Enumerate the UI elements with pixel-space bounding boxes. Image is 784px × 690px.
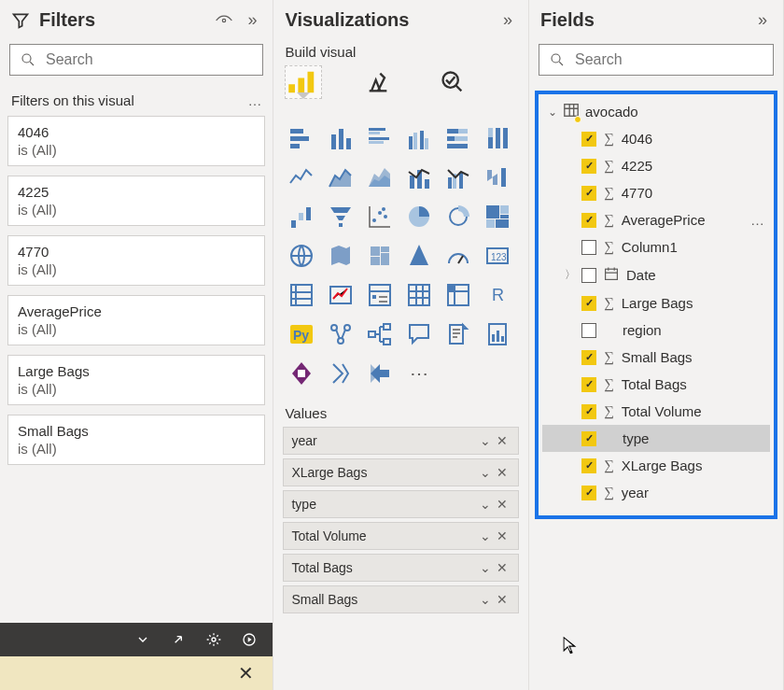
field-row[interactable]: ∑XLarge Bags: [542, 452, 770, 479]
field-row[interactable]: ∑Column1: [542, 233, 770, 261]
power-apps-icon[interactable]: [285, 357, 318, 390]
field-row[interactable]: type: [542, 425, 770, 452]
decomposition-tree-icon[interactable]: [363, 317, 397, 351]
remove-icon[interactable]: ✕: [494, 528, 511, 543]
treemap-icon[interactable]: [481, 200, 514, 233]
field-row[interactable]: ∑Small Bags: [542, 344, 770, 371]
close-icon[interactable]: ✕: [238, 662, 254, 684]
map-icon[interactable]: [285, 239, 318, 273]
field-row[interactable]: ∑4046: [542, 125, 770, 152]
collapse-chevron-icon[interactable]: »: [498, 11, 517, 30]
multirow-card-icon[interactable]: [285, 278, 318, 312]
build-visual-tab[interactable]: [285, 65, 322, 99]
field-checkbox[interactable]: [581, 268, 596, 283]
card-icon[interactable]: 123: [481, 239, 514, 273]
azure-map-icon[interactable]: [402, 239, 436, 273]
field-checkbox[interactable]: [581, 486, 596, 500]
field-checkbox[interactable]: [581, 132, 596, 147]
waterfall-icon[interactable]: [285, 200, 318, 233]
line-chart-icon[interactable]: [285, 161, 318, 194]
chevron-down-icon[interactable]: ⌄: [477, 465, 494, 480]
ribbon-chart-icon[interactable]: [481, 161, 514, 194]
field-checkbox[interactable]: [581, 240, 596, 255]
field-row[interactable]: ∑4770: [542, 179, 770, 206]
filter-card[interactable]: Small Bagsis (All): [7, 415, 265, 465]
line-stacked-column-icon[interactable]: [402, 161, 436, 194]
key-influencers-icon[interactable]: [324, 317, 357, 351]
filters-search-input[interactable]: [44, 50, 253, 69]
expand-arrow-icon[interactable]: [170, 631, 187, 648]
field-row[interactable]: region: [542, 317, 770, 344]
donut-icon[interactable]: [441, 200, 475, 233]
field-checkbox[interactable]: [581, 159, 596, 174]
field-checkbox[interactable]: [581, 296, 596, 311]
eye-icon[interactable]: [215, 11, 233, 30]
field-row[interactable]: ∑AveragePrice…: [542, 206, 770, 233]
smart-narrative-icon[interactable]: [441, 317, 475, 351]
chevron-down-icon[interactable]: [134, 631, 151, 648]
filter-card[interactable]: 4225is (All): [7, 176, 265, 226]
value-field-row[interactable]: Total Bags⌄✕: [283, 554, 519, 582]
chevron-down-icon[interactable]: ⌄: [477, 560, 494, 575]
field-row[interactable]: ∑Large Bags: [542, 289, 770, 317]
field-row[interactable]: ∑4225: [542, 152, 770, 179]
get-more-visuals-icon[interactable]: [363, 357, 397, 390]
stacked-column-icon[interactable]: [324, 121, 357, 155]
more-options-icon[interactable]: ⋯: [402, 357, 436, 390]
value-field-row[interactable]: XLarge Bags⌄✕: [283, 458, 519, 486]
analytics-tab[interactable]: [434, 65, 471, 99]
field-checkbox[interactable]: [581, 350, 596, 365]
hundred-stacked-column-icon[interactable]: [481, 121, 514, 155]
play-icon[interactable]: [241, 631, 258, 648]
matrix-icon[interactable]: [441, 278, 475, 312]
funnel-icon[interactable]: [324, 200, 357, 233]
line-clustered-column-icon[interactable]: [441, 161, 475, 194]
more-icon[interactable]: …: [247, 92, 261, 108]
clustered-column-icon[interactable]: [402, 121, 436, 155]
chevron-down-icon[interactable]: ⌄: [477, 528, 494, 543]
field-checkbox[interactable]: [581, 431, 596, 446]
remove-icon[interactable]: ✕: [494, 465, 511, 480]
field-row[interactable]: ∑Total Bags: [542, 371, 770, 398]
slicer-icon[interactable]: [363, 278, 397, 312]
more-icon[interactable]: …: [750, 212, 764, 228]
value-field-row[interactable]: type⌄✕: [283, 490, 519, 518]
field-checkbox[interactable]: [581, 458, 596, 473]
filter-card[interactable]: Large Bagsis (All): [7, 355, 265, 405]
value-field-row[interactable]: Small Bags⌄✕: [283, 585, 519, 613]
remove-icon[interactable]: ✕: [494, 433, 511, 448]
field-checkbox[interactable]: [581, 213, 596, 228]
field-row[interactable]: 〉Date: [542, 261, 770, 289]
field-checkbox[interactable]: [581, 377, 596, 392]
filled-map-icon[interactable]: [324, 239, 357, 273]
table-header[interactable]: ⌄ avocado: [542, 98, 770, 125]
gauge-icon[interactable]: [441, 239, 475, 273]
stacked-bar-icon[interactable]: [285, 121, 318, 155]
field-checkbox[interactable]: [581, 323, 596, 338]
qa-visual-icon[interactable]: [402, 317, 436, 351]
pie-icon[interactable]: [402, 200, 436, 233]
gear-icon[interactable]: [205, 631, 222, 648]
value-field-row[interactable]: year⌄✕: [283, 427, 519, 455]
stacked-area-icon[interactable]: [363, 161, 397, 194]
remove-icon[interactable]: ✕: [494, 592, 511, 607]
paginated-report-icon[interactable]: [481, 317, 514, 351]
scatter-icon[interactable]: [363, 200, 397, 233]
field-checkbox[interactable]: [581, 404, 596, 419]
table-icon[interactable]: [402, 278, 436, 312]
field-checkbox[interactable]: [581, 186, 596, 201]
filter-card[interactable]: 4046is (All): [7, 116, 265, 166]
value-field-row[interactable]: Total Volume⌄✕: [283, 522, 519, 550]
r-visual-icon[interactable]: R: [481, 278, 514, 312]
fields-search[interactable]: [539, 44, 774, 76]
chevron-down-icon[interactable]: ⌄: [477, 592, 494, 607]
shape-map-icon[interactable]: [363, 239, 397, 273]
area-chart-icon[interactable]: [324, 161, 357, 194]
format-visual-tab[interactable]: [359, 65, 397, 99]
clustered-bar-icon[interactable]: [363, 121, 397, 155]
power-automate-icon[interactable]: [324, 357, 357, 390]
python-visual-icon[interactable]: Py: [285, 317, 318, 351]
field-row[interactable]: ∑Total Volume: [542, 398, 770, 425]
chevron-down-icon[interactable]: ⌄: [477, 433, 494, 448]
collapse-chevron-icon[interactable]: »: [243, 11, 261, 30]
